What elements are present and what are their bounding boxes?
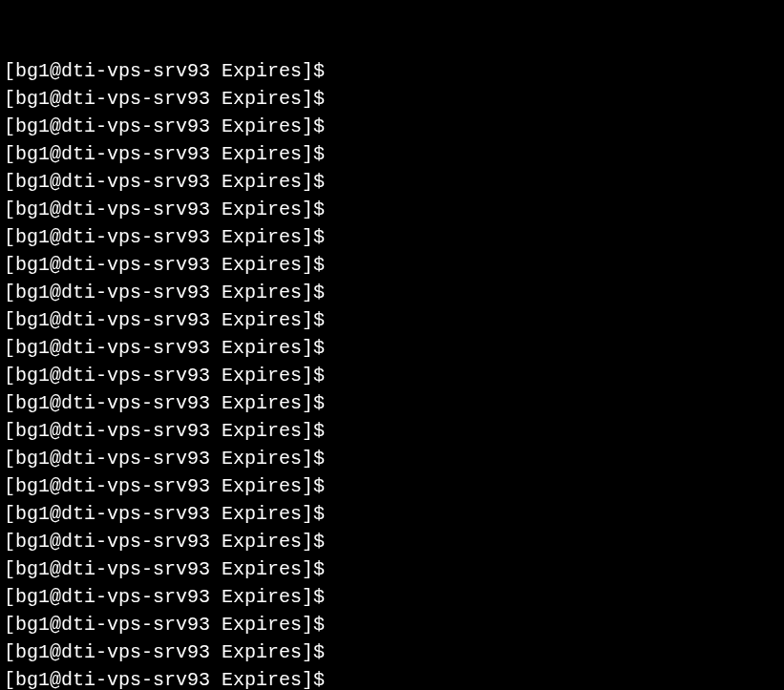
prompt-text: [bg1@dti-vps-srv93 Expires]$: [4, 199, 336, 220]
terminal-line: [bg1@dti-vps-srv93 Expires]$: [4, 611, 780, 638]
terminal-line: [bg1@dti-vps-srv93 Expires]$: [4, 223, 780, 251]
prompt-text: [bg1@dti-vps-srv93 Expires]$: [4, 392, 336, 414]
terminal-line: [bg1@dti-vps-srv93 Expires]$: [4, 583, 780, 611]
prompt-text: [bg1@dti-vps-srv93 Expires]$: [4, 254, 336, 276]
terminal-line: [bg1@dti-vps-srv93 Expires]$: [4, 196, 780, 223]
prompt-text: [bg1@dti-vps-srv93 Expires]$: [4, 420, 336, 442]
terminal-line: [bg1@dti-vps-srv93 Expires]$: [4, 85, 780, 113]
terminal-line: [bg1@dti-vps-srv93 Expires]$: [4, 168, 780, 196]
terminal-line: [bg1@dti-vps-srv93 Expires]$: [4, 306, 780, 334]
terminal-line: [bg1@dti-vps-srv93 Expires]$: [4, 389, 780, 417]
prompt-text: [bg1@dti-vps-srv93 Expires]$: [4, 365, 336, 387]
terminal-line: [bg1@dti-vps-srv93 Expires]$: [4, 279, 780, 306]
prompt-text: [bg1@dti-vps-srv93 Expires]$: [4, 669, 336, 690]
terminal-line: [bg1@dti-vps-srv93 Expires]$: [4, 334, 780, 362]
prompt-text: [bg1@dti-vps-srv93 Expires]$: [4, 586, 336, 608]
prompt-text: [bg1@dti-vps-srv93 Expires]$: [4, 282, 336, 303]
terminal-line: [bg1@dti-vps-srv93 Expires]$: [4, 57, 780, 85]
prompt-text: [bg1@dti-vps-srv93 Expires]$: [4, 226, 336, 248]
prompt-text: [bg1@dti-vps-srv93 Expires]$: [4, 531, 336, 553]
prompt-text: [bg1@dti-vps-srv93 Expires]$: [4, 614, 336, 636]
prompt-text: [bg1@dti-vps-srv93 Expires]$: [4, 171, 336, 193]
prompt-text: [bg1@dti-vps-srv93 Expires]$: [4, 309, 336, 331]
terminal-line: [bg1@dti-vps-srv93 Expires]$: [4, 140, 780, 168]
terminal-line: [bg1@dti-vps-srv93 Expires]$: [4, 555, 780, 583]
prompt-text: [bg1@dti-vps-srv93 Expires]$: [4, 143, 336, 165]
prompt-text: [bg1@dti-vps-srv93 Expires]$: [4, 337, 336, 359]
prompt-text: [bg1@dti-vps-srv93 Expires]$: [4, 503, 336, 525]
terminal-line: [bg1@dti-vps-srv93 Expires]$: [4, 666, 780, 690]
terminal-line: [bg1@dti-vps-srv93 Expires]$: [4, 417, 780, 445]
terminal-line: [bg1@dti-vps-srv93 Expires]$: [4, 472, 780, 500]
terminal-line: [bg1@dti-vps-srv93 Expires]$: [4, 445, 780, 472]
terminal-window[interactable]: [bg1@dti-vps-srv93 Expires]$ [bg1@dti-vp…: [0, 0, 784, 690]
terminal-line: [bg1@dti-vps-srv93 Expires]$: [4, 638, 780, 666]
terminal-line: [bg1@dti-vps-srv93 Expires]$: [4, 362, 780, 389]
prompt-text: [bg1@dti-vps-srv93 Expires]$: [4, 115, 336, 137]
prompt-text: [bg1@dti-vps-srv93 Expires]$: [4, 641, 336, 663]
prompt-text: [bg1@dti-vps-srv93 Expires]$: [4, 60, 336, 82]
terminal-line: [bg1@dti-vps-srv93 Expires]$: [4, 528, 780, 555]
terminal-line: [bg1@dti-vps-srv93 Expires]$: [4, 113, 780, 140]
prompt-text: [bg1@dti-vps-srv93 Expires]$: [4, 475, 336, 497]
prompt-text: [bg1@dti-vps-srv93 Expires]$: [4, 558, 336, 580]
terminal-line: [bg1@dti-vps-srv93 Expires]$: [4, 251, 780, 279]
terminal-line: [bg1@dti-vps-srv93 Expires]$: [4, 500, 780, 528]
terminal-output: [bg1@dti-vps-srv93 Expires]$ [bg1@dti-vp…: [4, 57, 780, 690]
prompt-text: [bg1@dti-vps-srv93 Expires]$: [4, 88, 336, 110]
prompt-text: [bg1@dti-vps-srv93 Expires]$: [4, 448, 336, 470]
